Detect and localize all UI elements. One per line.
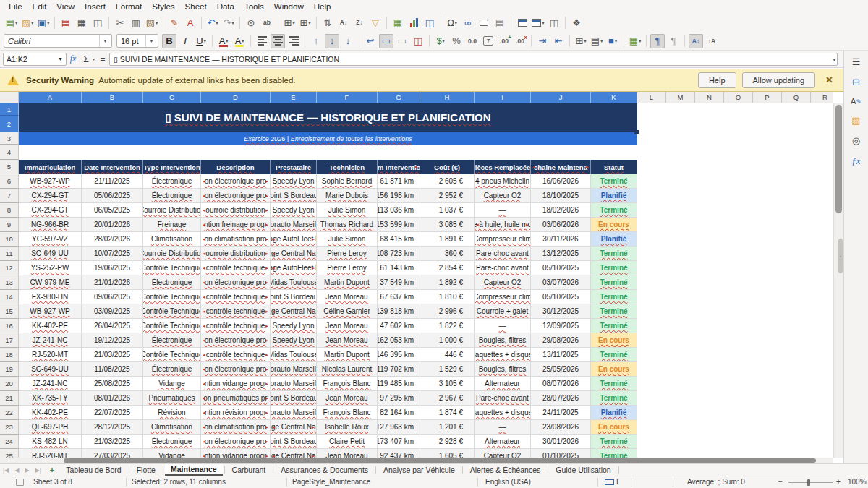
menu-tools[interactable]: Tools [239, 1, 269, 12]
chevron-down-icon[interactable]: ▾ [443, 38, 445, 43]
table-cell[interactable]: Pierre Leroy [317, 261, 378, 275]
name-box[interactable]: A1:K2 ▼ [3, 53, 67, 66]
table-cell[interactable]: Jean Moreau [317, 319, 378, 333]
table-cell[interactable]: Plaquettes + disques [475, 348, 531, 362]
special-character-icon[interactable]: Ω▾ [445, 15, 459, 30]
table-cell[interactable]: En cours [591, 218, 637, 232]
table-cell[interactable]: on climatisation pro◄► [201, 420, 271, 435]
wrap-text-icon[interactable]: ↩ [363, 34, 378, 48]
sidebar-menu-icon[interactable]: ☰ [852, 56, 861, 67]
table-cell[interactable]: Électronique [143, 333, 201, 348]
table-cell[interactable]: 03/09/2025 [82, 304, 143, 319]
table-cell[interactable]: 119 485 km [378, 377, 420, 391]
table-cell[interactable]: RJ-520-MT [19, 449, 82, 458]
table-cell[interactable]: 37 549 km [378, 275, 420, 290]
chevron-down-icon[interactable]: ▾ [292, 20, 294, 25]
table-cell[interactable]: contrôle technique◄► [201, 261, 271, 275]
column-header-D[interactable]: D [201, 92, 271, 103]
table-cell[interactable]: 10/07/2025 [82, 247, 143, 261]
table-cell[interactable]: 06/05/2025 [82, 203, 143, 218]
chevron-down-icon[interactable]: ▾ [156, 20, 158, 25]
table-cell[interactable]: KK-402-PE [19, 319, 82, 333]
freeze-cells-icon[interactable]: ▾ [531, 15, 545, 30]
table-cell[interactable]: contrôle technique◄► [201, 319, 271, 333]
average-sum-info[interactable]: Average: ; Sum: 0 [687, 478, 745, 486]
table-cell[interactable]: 25/05/2026 [531, 362, 591, 377]
table-cell[interactable]: 1 892 € [420, 275, 475, 290]
column-header-J[interactable]: J [531, 92, 591, 103]
align-center-icon[interactable] [271, 34, 285, 48]
table-header-8[interactable]: Pièces Remplacées [475, 160, 531, 174]
sheet-tab-tableau-de-bord[interactable]: Tableau de Bord [60, 465, 127, 475]
table-cell[interactable]: NG-966-BR [19, 218, 82, 232]
chevron-down-icon[interactable]: ▾ [216, 20, 218, 25]
table-cell[interactable]: 26/04/2025 [82, 319, 143, 333]
table-cell[interactable]: 25/08/2025 [82, 377, 143, 391]
table-cell[interactable]: 139 818 km [378, 304, 420, 319]
table-cell[interactable]: Compresseur clim [475, 232, 531, 247]
menu-window[interactable]: Window [269, 1, 309, 12]
underline-icon[interactable]: U▾ [194, 34, 208, 48]
table-cell[interactable]: Point S Bordeaux [271, 435, 317, 449]
table-cell[interactable]: Céline Garnier [317, 304, 378, 319]
table-cell[interactable]: Jean Moreau [317, 391, 378, 406]
print-icon[interactable]: ▦ [75, 15, 89, 30]
table-cell[interactable]: Planifié [591, 189, 637, 203]
table-header-7[interactable]: Coût (€) [420, 160, 475, 174]
table-cell[interactable]: WB-927-WP [19, 304, 82, 319]
align-bottom-icon[interactable]: ↓ [341, 34, 355, 48]
table-cell[interactable]: KS-482-LN [19, 435, 82, 449]
table-cell[interactable]: on électronique pro◄► [201, 362, 271, 377]
column-header-P[interactable]: P [753, 92, 782, 103]
table-cell[interactable]: Speedy Lyon [271, 333, 317, 348]
sort-descending-icon[interactable]: Z↓ [352, 15, 367, 30]
row-header-1[interactable]: 1 [0, 103, 19, 116]
table-cell[interactable]: Midas Toulouse [271, 275, 317, 290]
sheet-tab-carburant[interactable]: Carburant [226, 465, 272, 475]
selection-mode-icon[interactable] [605, 479, 614, 485]
table-cell[interactable]: Contrôle Technique [143, 319, 201, 333]
chevron-down-icon[interactable]: ▾ [455, 20, 457, 25]
table-cell[interactable]: Alternateur [475, 435, 531, 449]
table-cell[interactable]: 1 822 € [420, 319, 475, 333]
redo-icon[interactable]: ↷▾ [221, 15, 236, 30]
row-header-2[interactable]: 2 [0, 116, 19, 132]
rtl-icon[interactable]: ¶ [666, 34, 681, 48]
close-icon[interactable]: ✕ [825, 74, 833, 85]
table-cell[interactable]: Pare-choc avant [475, 261, 531, 275]
table-cell[interactable]: 08/07/2026 [531, 377, 591, 391]
table-cell[interactable]: 97 295 km [378, 391, 420, 406]
ltr-icon[interactable]: ¶ [650, 34, 665, 48]
table-cell[interactable]: Contrôle Technique [143, 290, 201, 304]
table-cell[interactable]: Speedy Lyon [271, 174, 317, 189]
row-header-12[interactable]: 12 [0, 261, 19, 275]
chevron-down-icon[interactable]: ▾ [47, 20, 49, 25]
table-cell[interactable]: Contrôle Technique [143, 261, 201, 275]
table-cell[interactable]: Électronique [143, 189, 201, 203]
table-cell[interactable]: CW-979-ME [19, 275, 82, 290]
table-cell[interactable]: 21/03/2025 [82, 348, 143, 362]
font-size-combo[interactable]: 16 pt ▼ [116, 34, 158, 48]
table-cell[interactable]: 162 053 km [378, 333, 420, 348]
align-right-icon[interactable] [286, 34, 301, 48]
gallery-icon[interactable]: ▧ [851, 115, 860, 126]
grid-corner-box[interactable] [0, 92, 19, 103]
table-cell[interactable]: rage AutoFleet P◄► [271, 232, 317, 247]
table-cell[interactable]: Alternateur [475, 377, 531, 391]
table-cell[interactable]: Terminé [591, 304, 637, 319]
column-header-L[interactable]: L [637, 92, 666, 103]
table-cell[interactable]: 2 605 € [420, 174, 475, 189]
table-cell[interactable]: Capteur O2 [475, 449, 531, 458]
table-cell[interactable]: 2 996 € [420, 304, 475, 319]
decrease-indent-icon[interactable]: ⇤ [551, 34, 566, 48]
table-cell[interactable]: 153 599 km [378, 218, 420, 232]
table-cell[interactable]: 30/01/2026 [531, 435, 591, 449]
horizontal-scrollbar[interactable] [0, 458, 833, 463]
sort-lines-desc-icon[interactable]: ↕A [705, 34, 719, 48]
table-cell[interactable]: contrôle technique◄► [201, 290, 271, 304]
clone-formatting-icon[interactable]: ✎ [167, 15, 182, 30]
table-cell[interactable]: 61 143 km [378, 261, 420, 275]
table-cell[interactable]: 19/06/2025 [82, 261, 143, 275]
chevron-down-icon[interactable]: ▾ [542, 20, 544, 25]
table-cell[interactable]: Terminé [591, 275, 637, 290]
